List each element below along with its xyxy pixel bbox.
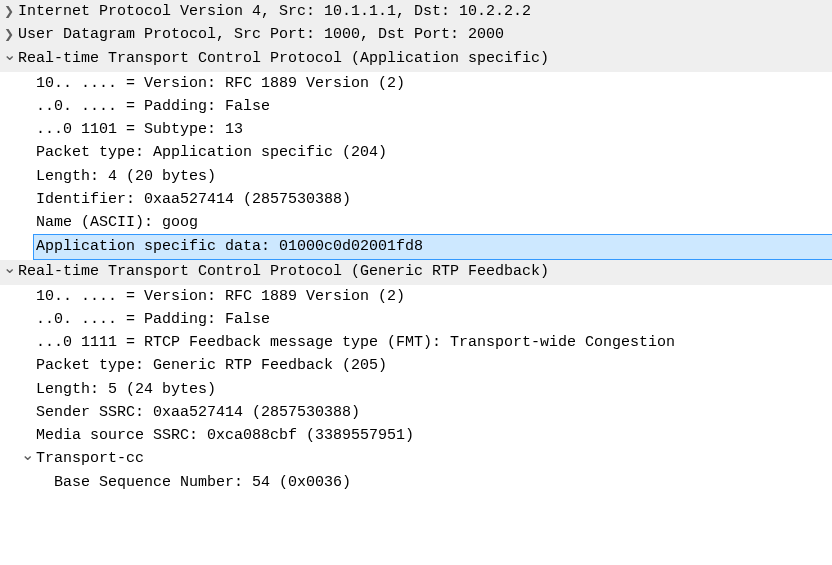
chevron-down-icon[interactable] — [0, 47, 18, 72]
field-text: Length: 4 (20 bytes) — [36, 165, 216, 188]
field-base-seq-number[interactable]: Base Sequence Number: 54 (0x0036) — [0, 471, 832, 494]
field-text: ..0. .... = Padding: False — [36, 308, 270, 331]
field-padding[interactable]: ..0. .... = Padding: False — [0, 308, 832, 331]
field-text: 10.. .... = Version: RFC 1889 Version (2… — [36, 285, 405, 308]
tree-row-rtcp-feedback[interactable]: Real-time Transport Control Protocol (Ge… — [0, 260, 832, 285]
field-identifier[interactable]: Identifier: 0xaa527414 (2857530388) — [0, 188, 832, 211]
selected-field-text: Application specific data: 01000c0d02001… — [33, 234, 426, 259]
field-text: Internet Protocol Version 4, Src: 10.1.1… — [18, 0, 531, 23]
field-media-ssrc[interactable]: Media source SSRC: 0xca088cbf (338955795… — [0, 424, 832, 447]
tree-row-udp[interactable]: User Datagram Protocol, Src Port: 1000, … — [0, 23, 832, 46]
field-app-specific-data[interactable]: Application specific data: 01000c0d02001… — [0, 234, 832, 259]
field-packet-type[interactable]: Packet type: Generic RTP Feedback (205) — [0, 354, 832, 377]
chevron-right-icon[interactable] — [0, 0, 18, 23]
field-length[interactable]: Length: 4 (20 bytes) — [0, 165, 832, 188]
tree-row-rtcp-app[interactable]: Real-time Transport Control Protocol (Ap… — [0, 47, 832, 72]
field-text: ..0. .... = Padding: False — [36, 95, 270, 118]
field-text: Base Sequence Number: 54 (0x0036) — [54, 471, 351, 494]
field-text: Media source SSRC: 0xca088cbf (338955795… — [36, 424, 414, 447]
chevron-down-icon[interactable] — [18, 443, 36, 466]
field-text: Packet type: Generic RTP Feedback (205) — [36, 354, 387, 377]
field-version[interactable]: 10.. .... = Version: RFC 1889 Version (2… — [0, 285, 832, 308]
field-length[interactable]: Length: 5 (24 bytes) — [0, 378, 832, 401]
field-text: 10.. .... = Version: RFC 1889 Version (2… — [36, 72, 405, 95]
field-text: ...0 1111 = RTCP Feedback message type (… — [36, 331, 675, 354]
field-text: Length: 5 (24 bytes) — [36, 378, 216, 401]
field-text: Packet type: Application specific (204) — [36, 141, 387, 164]
field-text: Real-time Transport Control Protocol (Ge… — [18, 260, 549, 283]
field-text: ...0 1101 = Subtype: 13 — [36, 118, 243, 141]
chevron-right-icon[interactable] — [0, 23, 18, 46]
field-text: Sender SSRC: 0xaa527414 (2857530388) — [36, 401, 360, 424]
chevron-down-icon[interactable] — [0, 260, 18, 285]
field-text: Real-time Transport Control Protocol (Ap… — [18, 47, 549, 70]
field-subtype[interactable]: ...0 1101 = Subtype: 13 — [0, 118, 832, 141]
field-sender-ssrc[interactable]: Sender SSRC: 0xaa527414 (2857530388) — [0, 401, 832, 424]
field-padding[interactable]: ..0. .... = Padding: False — [0, 95, 832, 118]
field-packet-type[interactable]: Packet type: Application specific (204) — [0, 141, 832, 164]
field-text: Transport-cc — [36, 447, 144, 470]
field-text: Identifier: 0xaa527414 (2857530388) — [36, 188, 351, 211]
field-name-ascii[interactable]: Name (ASCII): goog — [0, 211, 832, 234]
field-version[interactable]: 10.. .... = Version: RFC 1889 Version (2… — [0, 72, 832, 95]
tree-row-ipv4[interactable]: Internet Protocol Version 4, Src: 10.1.1… — [0, 0, 832, 23]
field-fmt[interactable]: ...0 1111 = RTCP Feedback message type (… — [0, 331, 832, 354]
field-text: User Datagram Protocol, Src Port: 1000, … — [18, 23, 504, 46]
field-text: Name (ASCII): goog — [36, 211, 198, 234]
tree-row-transport-cc[interactable]: Transport-cc — [0, 447, 832, 470]
selection-highlight — [425, 234, 832, 259]
